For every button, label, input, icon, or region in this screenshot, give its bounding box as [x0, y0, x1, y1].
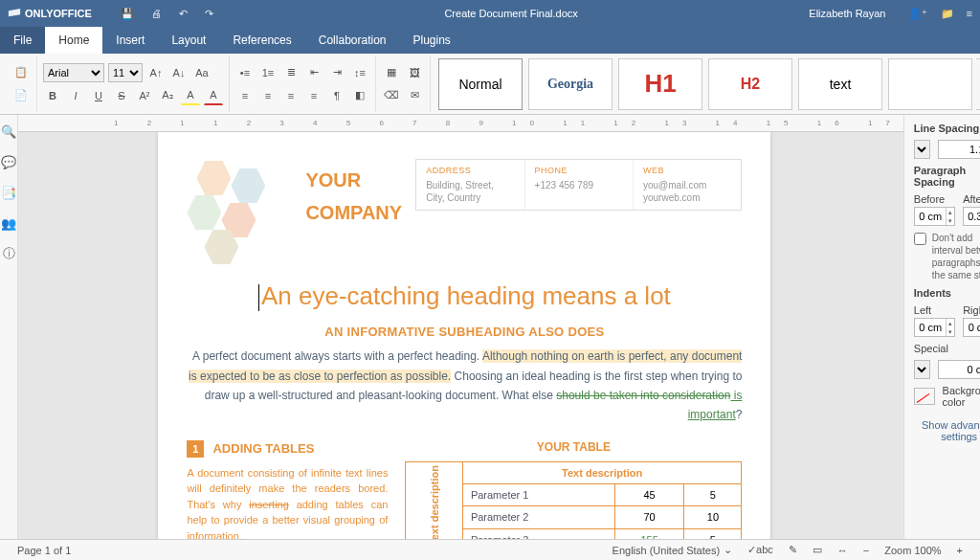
data-table[interactable]: Text description Text description Parame…	[405, 461, 742, 539]
nonprinting-icon[interactable]: ¶	[327, 86, 346, 105]
section-title: ADDING TABLES	[212, 441, 314, 456]
comments-icon[interactable]: 💬	[0, 153, 17, 170]
address-label: ADDRESS	[426, 166, 514, 175]
app-logo: ONLYOFFICE	[8, 7, 92, 20]
copy-icon[interactable]: 📋	[11, 63, 31, 82]
underline-button[interactable]: U	[89, 86, 108, 105]
navigation-icon[interactable]: 📑	[0, 184, 17, 201]
after-label: After	[963, 193, 980, 205]
print-icon[interactable]: 🖨	[151, 8, 162, 20]
chat-icon[interactable]: 👥	[0, 214, 17, 232]
fit-page-icon[interactable]: ▭	[813, 544, 822, 556]
tab-layout[interactable]: Layout	[158, 27, 219, 54]
style-dropdown-icon[interactable]: ⌄	[976, 58, 980, 110]
sub-heading[interactable]: AN INFORMATIVE SUBHEADING ALSO DOES	[187, 325, 742, 339]
indent-dec-icon[interactable]: ⇤	[304, 63, 323, 82]
insert-table-icon[interactable]: ▦	[382, 63, 401, 82]
line-spacing-icon[interactable]: ↕≡	[350, 63, 369, 82]
feedback-icon[interactable]: ⓘ	[0, 245, 17, 262]
document-scroll[interactable]: YOUR COMPANY ADDRESS Building, Street, C…	[18, 132, 903, 539]
section-body[interactable]: A document consisting of infinite text l…	[187, 465, 388, 539]
decrease-font-icon[interactable]: A↓	[169, 63, 189, 82]
menu-bar: File Home Insert Layout References Colla…	[0, 27, 980, 54]
tab-plugins[interactable]: Plugins	[400, 27, 464, 54]
style-h1[interactable]: H1	[618, 58, 702, 110]
bullets-icon[interactable]: •≡	[235, 63, 255, 82]
font-size-select[interactable]: 11	[108, 63, 143, 82]
font-color-icon[interactable]: A	[204, 86, 223, 105]
special-label: Special	[914, 343, 948, 354]
document-page[interactable]: YOUR COMPANY ADDRESS Building, Street, C…	[158, 132, 770, 539]
bold-button[interactable]: B	[43, 86, 62, 105]
align-center-icon[interactable]: ≡	[258, 86, 278, 105]
strike-button[interactable]: S	[112, 86, 131, 105]
menu-icon[interactable]: ≡	[967, 8, 972, 19]
fit-width-icon[interactable]: ↔	[837, 545, 848, 556]
insert-image-icon[interactable]: 🖼	[405, 63, 424, 82]
redo-icon[interactable]: ↷	[205, 8, 213, 20]
no-interval-check[interactable]: Don't add interval between paragraphs of…	[914, 232, 980, 281]
subscript-button[interactable]: A₂	[158, 86, 177, 105]
spacing-after-input[interactable]: ▴▾	[963, 207, 980, 226]
indent-right-input[interactable]: ▴▾	[963, 318, 980, 337]
language-select[interactable]: English (United States) ⌄	[612, 544, 733, 556]
zoom-in-icon[interactable]: +	[957, 545, 963, 556]
multilevel-icon[interactable]: ≣	[281, 63, 301, 82]
change-case-icon[interactable]: Aa	[192, 63, 212, 82]
indent-right-label: Right	[963, 304, 980, 316]
document-title: Create Document Final.docx	[213, 8, 809, 19]
company-line1: YOUR	[305, 168, 402, 191]
indents-label: Indents	[914, 287, 980, 299]
style-georgia[interactable]: Georgia	[528, 58, 612, 110]
left-sidebar: 🔍 💬 📑 👥 ⓘ	[0, 115, 18, 539]
align-justify-icon[interactable]: ≡	[304, 86, 323, 105]
undo-icon[interactable]: ↶	[179, 8, 188, 20]
zoom-out-icon[interactable]: −	[863, 545, 869, 556]
bg-color-swatch[interactable]	[914, 388, 935, 405]
add-user-icon[interactable]: 👤⁺	[908, 8, 927, 19]
page-count[interactable]: Page 1 of 1	[17, 545, 71, 556]
style-text[interactable]: text	[798, 58, 882, 110]
mailmerge-icon[interactable]: ✉	[405, 86, 424, 105]
web-value2: yourweb.com	[643, 191, 731, 204]
track-changes-icon[interactable]: ✎	[789, 544, 797, 556]
paragraph-panel: Line Spacing Multiple ▴▾ Paragraph Spaci…	[903, 115, 980, 539]
save-icon[interactable]: 💾	[121, 8, 134, 20]
special-value[interactable]: ▴▾	[938, 360, 980, 379]
numbering-icon[interactable]: 1≡	[258, 63, 278, 82]
increase-font-icon[interactable]: A↑	[146, 63, 166, 82]
tab-insert[interactable]: Insert	[102, 27, 158, 54]
advanced-settings-link[interactable]: Show advanced settings	[914, 419, 980, 442]
horizontal-ruler[interactable]: 1 2 1 1 2 3 4 5 6 7 8 9 10 11 12 13 14 1…	[18, 115, 903, 132]
zoom-level[interactable]: Zoom 100%	[884, 545, 941, 556]
tab-home[interactable]: Home	[45, 27, 102, 54]
main-heading[interactable]: An eye-catching heading means a lot	[187, 281, 742, 311]
superscript-button[interactable]: A²	[135, 86, 154, 105]
search-icon[interactable]: 🔍	[0, 123, 17, 140]
italic-button[interactable]: I	[66, 86, 85, 105]
font-name-select[interactable]: Arial	[43, 63, 104, 82]
shading-icon[interactable]: ◧	[350, 86, 369, 105]
intro-paragraph[interactable]: A perfect document always starts with a …	[187, 347, 742, 425]
indent-left-input[interactable]: ▴▾	[914, 318, 955, 337]
line-spacing-value[interactable]: ▴▾	[938, 140, 980, 159]
style-h2[interactable]: H2	[708, 58, 792, 110]
align-left-icon[interactable]: ≡	[235, 86, 255, 105]
line-spacing-mode[interactable]: Multiple	[914, 140, 930, 159]
style-normal[interactable]: Normal	[438, 58, 523, 110]
open-location-icon[interactable]: 📁	[941, 8, 954, 19]
indent-inc-icon[interactable]: ⇥	[327, 63, 346, 82]
tab-collaboration[interactable]: Collaboration	[305, 27, 400, 54]
special-mode[interactable]: (none)	[914, 360, 930, 379]
tab-references[interactable]: References	[219, 27, 304, 54]
align-right-icon[interactable]: ≡	[281, 86, 301, 105]
spacing-before-input[interactable]: ▴▾	[914, 207, 955, 226]
contact-box: ADDRESS Building, Street, City, Country …	[415, 159, 742, 211]
style-empty[interactable]	[888, 58, 972, 110]
tab-file[interactable]: File	[0, 27, 45, 54]
highlight-color-icon[interactable]: A	[181, 86, 200, 105]
spellcheck-icon[interactable]: ✓abc	[747, 544, 773, 556]
paste-icon[interactable]: 📄	[11, 86, 31, 105]
line-spacing-label: Line Spacing	[914, 123, 980, 134]
clear-format-icon[interactable]: ⌫	[382, 86, 401, 105]
